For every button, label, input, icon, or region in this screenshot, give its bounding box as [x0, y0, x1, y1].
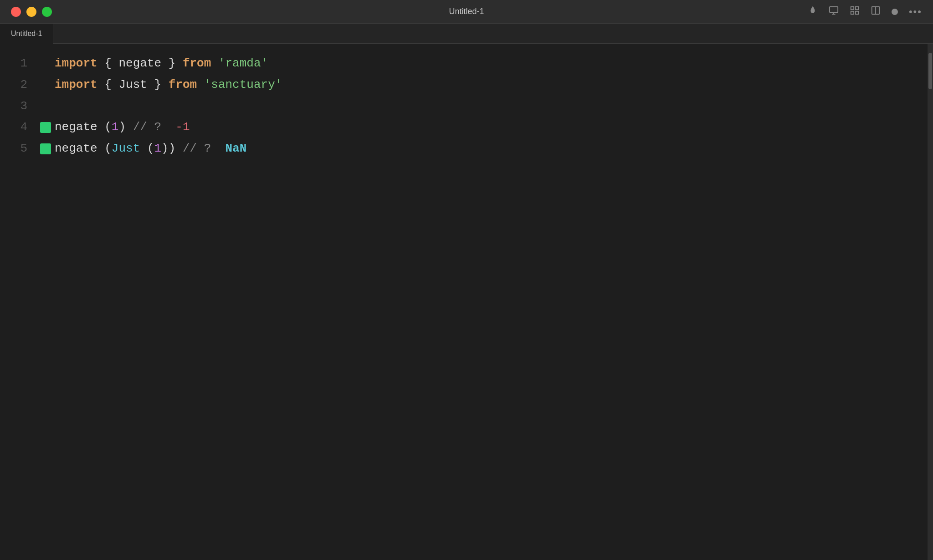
- string-sanctuary: 'sanctuary': [204, 74, 282, 96]
- punct-10: (: [140, 138, 154, 159]
- split-icon[interactable]: [871, 5, 881, 18]
- gutter-1: [36, 53, 55, 74]
- broadcast-icon[interactable]: [829, 5, 839, 18]
- empty-line-3: [55, 96, 62, 117]
- tab-untitled-1[interactable]: Untitled-1: [0, 24, 53, 44]
- svg-rect-4: [856, 7, 858, 10]
- flame-icon[interactable]: [808, 5, 818, 18]
- keyword-import-1: import: [55, 53, 97, 74]
- minimize-button[interactable]: [26, 7, 36, 17]
- punct-1: {: [97, 53, 119, 74]
- code-line-3: [55, 96, 928, 117]
- svg-rect-6: [856, 11, 858, 14]
- title-bar: Untitled-1 •••: [0, 0, 933, 24]
- app-window: Untitled-1 ••• Untitled-1 1: [0, 0, 933, 560]
- comment-4: // ?: [126, 117, 169, 138]
- tab-label: Untitled-1: [11, 30, 42, 38]
- maximize-button[interactable]: [42, 7, 52, 17]
- code-line-2: import { Just } from 'sanctuary': [55, 74, 928, 96]
- num-1-line5: 1: [154, 138, 161, 159]
- more-icon[interactable]: •••: [909, 6, 922, 18]
- punct-3: [211, 53, 218, 74]
- gutter-2: [36, 74, 55, 96]
- status-dot: [892, 9, 898, 15]
- window-title: Untitled-1: [449, 7, 484, 16]
- punct-5: }: [147, 74, 169, 96]
- traffic-lights: [11, 7, 52, 17]
- gutter-5[interactable]: [36, 138, 55, 159]
- line-number-2: 2: [0, 74, 27, 96]
- editor-container: 1 2 3 4 5 import { negate }: [0, 44, 933, 560]
- ident-just-5: Just: [112, 138, 140, 159]
- line-number-4: 4: [0, 117, 27, 138]
- scrollbar[interactable]: [928, 44, 933, 560]
- punct-11: )): [161, 138, 175, 159]
- ident-just: Just: [118, 74, 147, 96]
- punct-6: [197, 74, 204, 96]
- title-bar-actions: •••: [808, 5, 922, 18]
- comment-5: // ?: [175, 138, 218, 159]
- gutter-4[interactable]: [36, 117, 55, 138]
- grid-icon[interactable]: [850, 5, 860, 18]
- code-line-5: negate ( Just ( 1 )) // ? NaN: [55, 138, 928, 159]
- code-area[interactable]: import { negate } from 'ramda' import { …: [55, 44, 928, 560]
- tab-bar: Untitled-1: [0, 24, 933, 44]
- punct-7: (: [97, 117, 112, 138]
- result-neg1: -1: [169, 117, 190, 138]
- scrollbar-thumb[interactable]: [928, 53, 932, 89]
- punct-8: ): [118, 117, 126, 138]
- ident-negate-4: negate: [55, 117, 97, 138]
- keyword-from-1: from: [183, 53, 211, 74]
- result-nan: NaN: [218, 138, 246, 159]
- code-line-4: negate ( 1 ) // ? -1: [55, 117, 928, 138]
- line-number-5: 5: [0, 138, 27, 159]
- run-indicator-5[interactable]: [40, 143, 51, 154]
- gutter-3: [36, 96, 55, 117]
- num-1-line4: 1: [112, 117, 119, 138]
- svg-rect-0: [830, 7, 838, 13]
- punct-9: (: [97, 138, 112, 159]
- svg-rect-5: [851, 11, 854, 14]
- punct-2: }: [161, 53, 183, 74]
- line-number-3: 3: [0, 96, 27, 117]
- string-ramda: 'ramda': [218, 53, 268, 74]
- line-numbers: 1 2 3 4 5: [0, 44, 36, 560]
- close-button[interactable]: [11, 7, 21, 17]
- code-line-1: import { negate } from 'ramda': [55, 53, 928, 74]
- keyword-import-2: import: [55, 74, 97, 96]
- keyword-from-2: from: [169, 74, 197, 96]
- ident-negate-5: negate: [55, 138, 97, 159]
- gutter: [36, 44, 55, 560]
- ident-negate-1: negate: [118, 53, 161, 74]
- punct-4: {: [97, 74, 119, 96]
- svg-rect-3: [851, 7, 854, 10]
- run-indicator-4[interactable]: [40, 122, 51, 133]
- line-number-1: 1: [0, 53, 27, 74]
